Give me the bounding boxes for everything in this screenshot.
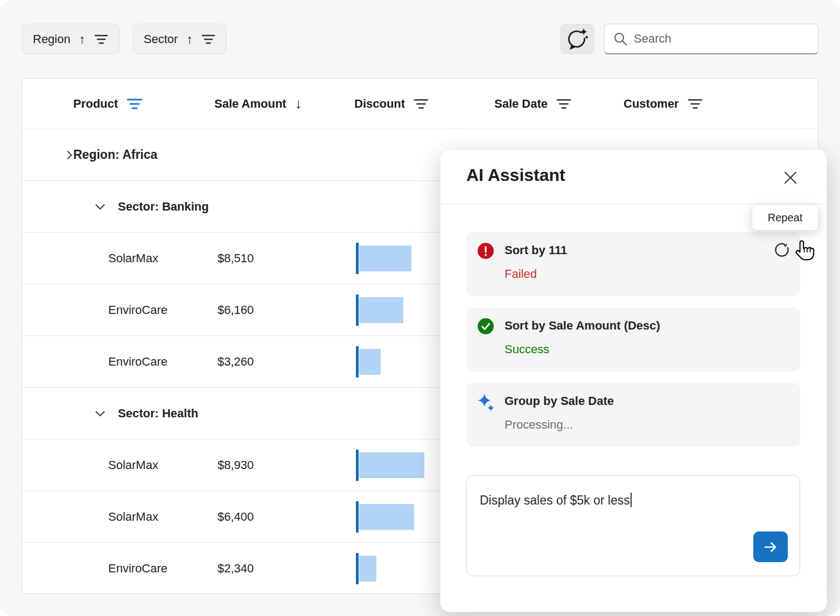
prompt-input[interactable]: Display sales of $5k or less <box>466 475 800 576</box>
cell-product: EnviroCare <box>108 284 167 335</box>
group-row-label: Sector: Health <box>118 388 198 439</box>
task-status: Processing... <box>505 418 573 432</box>
cell-product: SolarMax <box>108 233 158 284</box>
sparkle-icon <box>478 394 494 410</box>
text-caret <box>631 493 632 507</box>
ai-assistant-toggle-button[interactable] <box>560 24 594 54</box>
cell-product: SolarMax <box>108 439 158 491</box>
divider <box>440 204 827 204</box>
cell-sale-amount: $3,260 <box>218 336 254 387</box>
app-root: Region ↑ Sector ↑ Product <box>0 0 840 616</box>
cell-product: SolarMax <box>108 491 158 542</box>
cell-sale-amount: $6,160 <box>218 284 254 335</box>
cell-sale-amount: $6,400 <box>218 491 254 542</box>
filter-icon-active <box>127 97 143 110</box>
bar-fill <box>359 297 403 323</box>
bar-axis <box>356 243 359 274</box>
chip-label: Sector <box>144 32 178 46</box>
chevron-down-icon[interactable] <box>94 388 107 439</box>
filter-icon <box>688 98 703 110</box>
success-icon <box>478 318 494 334</box>
filter-icon <box>201 33 215 45</box>
bar-axis <box>356 450 359 481</box>
grid-header: Product Sale Amount ↓ Discount Sale Date… <box>22 79 818 129</box>
retry-icon[interactable] <box>773 241 790 258</box>
sort-asc-icon: ↑ <box>186 32 193 47</box>
close-icon[interactable] <box>782 170 799 186</box>
sort-desc-icon: ↓ <box>295 95 302 112</box>
discount-bar <box>356 491 414 542</box>
group-row-label: Sector: Banking <box>118 181 209 232</box>
column-header-product[interactable]: Product <box>73 79 143 129</box>
chevron-down-icon[interactable] <box>94 181 107 232</box>
cell-sale-amount: $8,930 <box>218 439 254 491</box>
column-header-discount[interactable]: Discount <box>354 79 429 129</box>
group-chip-region[interactable]: Region ↑ <box>22 24 120 54</box>
task-title: Group by Sale Date <box>505 394 614 408</box>
error-icon <box>478 243 494 259</box>
bar-fill <box>359 556 376 582</box>
search-icon <box>613 32 627 46</box>
bar-axis <box>356 346 359 377</box>
discount-bar <box>356 543 376 594</box>
bar-fill <box>359 246 411 271</box>
discount-bar <box>356 336 381 387</box>
cursor-pointer <box>794 239 816 264</box>
cell-sale-amount: $2,340 <box>218 543 254 594</box>
chip-label: Region <box>33 32 71 46</box>
group-chip-sector[interactable]: Sector ↑ <box>132 24 227 54</box>
task-status: Success <box>505 342 549 356</box>
column-header-customer[interactable]: Customer <box>624 79 703 129</box>
sort-asc-icon: ↑ <box>79 32 86 47</box>
filter-icon <box>94 33 108 45</box>
group-row-label: Region: Africa <box>73 129 157 180</box>
arrow-right-icon <box>762 539 779 555</box>
panel-title: AI Assistant <box>466 165 565 185</box>
bar-fill <box>359 504 414 530</box>
send-prompt-button[interactable] <box>753 531 788 562</box>
bar-axis <box>356 295 359 326</box>
column-header-sale-date[interactable]: Sale Date <box>494 79 571 129</box>
discount-bar <box>356 284 403 335</box>
task-title: Sort by Sale Amount (Desc) <box>505 319 660 333</box>
discount-bar <box>356 439 424 491</box>
task-card-failed: Sort by 111 Failed <box>466 232 800 296</box>
repeat-tooltip: Repeat <box>752 205 818 230</box>
filter-icon <box>414 98 429 110</box>
bar-fill <box>359 349 381 375</box>
task-card-success: Sort by Sale Amount (Desc) Success <box>466 307 800 372</box>
bar-axis <box>356 501 359 533</box>
cell-product: EnviroCare <box>108 336 167 387</box>
cell-product: EnviroCare <box>108 543 167 594</box>
discount-bar <box>356 233 411 284</box>
search-input[interactable] <box>634 32 809 46</box>
prompt-text: Display sales of $5k or less <box>480 493 632 508</box>
chat-sparkle-icon <box>565 27 590 52</box>
task-card-processing: Group by Sale Date Processing... <box>466 383 800 447</box>
column-header-sale-amount[interactable]: Sale Amount ↓ <box>214 79 302 129</box>
cell-sale-amount: $8,510 <box>218 233 254 284</box>
task-title: Sort by 111 <box>505 243 567 257</box>
toolbar: Region ↑ Sector ↑ <box>22 24 818 54</box>
search-box <box>604 24 818 54</box>
bar-axis <box>356 553 359 584</box>
filter-icon <box>556 98 571 110</box>
bar-fill <box>359 452 424 478</box>
task-status: Failed <box>505 267 537 281</box>
